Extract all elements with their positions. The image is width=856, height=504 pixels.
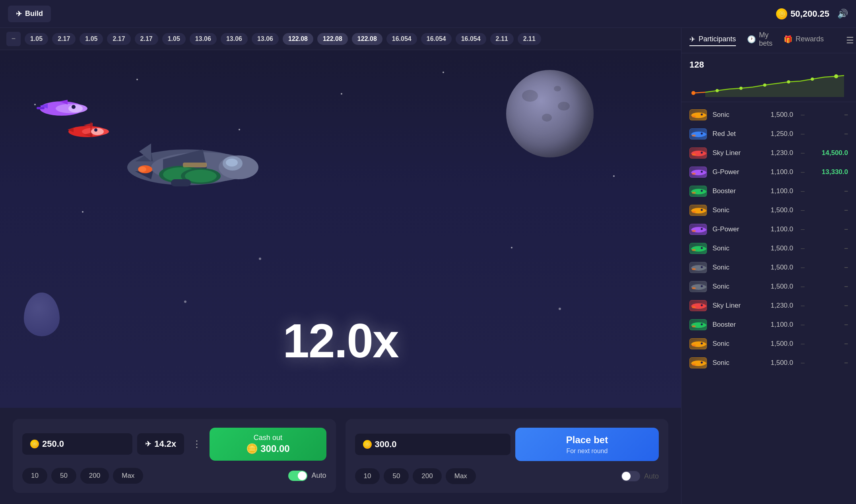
header: ✈ Build 🪙 50,200.25 🔊 — [0, 0, 856, 28]
plane-icon: ✈ — [16, 10, 22, 18]
tab-participants[interactable]: ✈ Participants — [689, 35, 736, 46]
bet-amount-value-2: 300.0 — [375, 439, 397, 450]
svg-point-106 — [701, 304, 703, 306]
participant-name: Sonic — [712, 244, 756, 252]
participant-dash: – — [799, 149, 807, 157]
svg-point-101 — [692, 287, 696, 289]
options-dots-1[interactable]: ⋮ — [189, 435, 205, 453]
quick-btn-10-2[interactable]: 10 — [355, 468, 380, 484]
star-decoration — [443, 72, 444, 73]
plane-icon-2: ✈ — [145, 440, 151, 448]
participant-row: Sonic 1,500.0 – – — [681, 105, 856, 124]
bet-multiplier-1: ✈ 14.2x — [137, 433, 184, 455]
participants-icon: ✈ — [689, 35, 695, 44]
participant-win: – — [812, 283, 848, 291]
participants-chart — [689, 73, 848, 97]
participant-avatar — [689, 357, 707, 368]
svg-point-77 — [692, 211, 696, 213]
participant-name: Sonic — [712, 340, 756, 348]
ticker-item: 16.054 — [386, 33, 417, 45]
participant-name: Sonic — [712, 111, 756, 119]
sound-button[interactable]: 🔊 — [837, 9, 848, 19]
participant-win: – — [812, 321, 848, 329]
coin-icon-2: 🪙 — [363, 440, 372, 449]
tab-rewards[interactable]: 🎁 Rewards — [784, 35, 824, 46]
svg-point-94 — [701, 266, 703, 268]
svg-point-112 — [701, 324, 703, 326]
tab-my-bets[interactable]: 🕐 My bets — [747, 31, 773, 50]
svg-point-113 — [692, 326, 696, 328]
participant-dash: – — [799, 302, 807, 310]
svg-point-52 — [701, 133, 703, 135]
ticker-item: 2.17 — [52, 33, 76, 45]
participant-dash: – — [799, 340, 807, 348]
moon-crater — [554, 86, 561, 91]
participant-dash: – — [799, 168, 807, 176]
participant-avatar — [689, 128, 707, 140]
right-menu-button[interactable]: ☰ — [846, 35, 854, 46]
cashout-coin-icon: 🪙 — [246, 442, 258, 455]
svg-point-71 — [692, 192, 696, 194]
participant-bet: 1,500.0 — [761, 264, 793, 271]
bottom-controls: 🪙 250.0 ✈ 14.2x ⋮ Cash out 🪙 300.00 — [0, 408, 681, 504]
auto-toggle-1[interactable]: Auto — [288, 471, 326, 481]
ticker-item: 2.17 — [135, 33, 158, 45]
cashout-button[interactable]: Cash out 🪙 300.00 — [210, 428, 326, 461]
participant-win: – — [812, 225, 848, 233]
svg-point-100 — [701, 285, 703, 287]
participant-win: – — [812, 130, 848, 138]
quick-btn-50-1[interactable]: 50 — [51, 468, 76, 484]
build-button[interactable]: ✈ Build — [8, 6, 51, 22]
auto-label-1: Auto — [311, 471, 326, 480]
quick-btn-50-2[interactable]: 50 — [384, 468, 409, 484]
quick-btn-max-2[interactable]: Max — [446, 468, 476, 484]
multiplier-value: 12.0x — [283, 314, 398, 367]
participant-bet: 1,100.0 — [761, 187, 793, 195]
participant-bet: 1,500.0 — [761, 340, 793, 348]
svg-point-59 — [692, 154, 696, 156]
participant-bet: 1,500.0 — [761, 283, 793, 291]
svg-marker-41 — [705, 76, 844, 97]
participant-dash: – — [799, 359, 807, 367]
svg-rect-12 — [90, 122, 92, 137]
quick-btn-10-1[interactable]: 10 — [22, 468, 47, 484]
participant-row: G-Power 1,100.0 – 13,330.0 — [681, 163, 856, 182]
participant-win: – — [812, 340, 848, 348]
participant-dash: – — [799, 111, 807, 119]
ticker-item: 1.05 — [162, 33, 186, 45]
star-decoration — [511, 247, 512, 248]
participant-name: G-Power — [712, 225, 756, 233]
svg-point-47 — [692, 116, 696, 118]
quick-btn-200-1[interactable]: 200 — [80, 468, 109, 484]
svg-point-95 — [692, 268, 696, 270]
quick-btn-max-1[interactable]: Max — [113, 468, 143, 484]
place-bet-button[interactable]: Place bet For next round — [515, 428, 659, 461]
auto-toggle-circle-2[interactable] — [621, 471, 640, 481]
chart-area: 128 — [681, 53, 856, 102]
auto-toggle-2[interactable]: Auto — [621, 471, 659, 481]
participant-row: Sky Liner 1,230.0 – 14,500.0 — [681, 143, 856, 163]
participant-dash: – — [799, 264, 807, 271]
svg-rect-6 — [37, 107, 45, 109]
quick-amounts-1: 10 50 200 Max Auto — [22, 468, 326, 484]
participant-name: Sonic — [712, 264, 756, 271]
coin-icon: 🪙 — [776, 8, 787, 19]
participant-name: Red Jet — [712, 130, 756, 138]
ticker-minus-button[interactable]: − — [6, 32, 21, 46]
participant-row: Red Jet 1,250.0 – – — [681, 124, 856, 143]
place-bet-label: Place bet — [566, 433, 608, 447]
dot-decoration — [184, 300, 186, 303]
tab-participants-label: Participants — [699, 35, 736, 43]
star-decoration — [613, 175, 615, 177]
svg-point-82 — [701, 228, 703, 230]
small-moon-decoration — [24, 293, 60, 336]
participant-bet: 1,500.0 — [761, 206, 793, 214]
participant-avatar — [689, 243, 707, 254]
small-plane-2 — [66, 120, 109, 143]
star-decoration — [136, 79, 138, 80]
participant-avatar — [689, 109, 707, 120]
quick-btn-200-2[interactable]: 200 — [413, 468, 441, 484]
ticker-item: 16.054 — [456, 33, 486, 45]
ticker-item: 16.054 — [421, 33, 452, 45]
auto-toggle-circle-1[interactable] — [288, 471, 307, 481]
